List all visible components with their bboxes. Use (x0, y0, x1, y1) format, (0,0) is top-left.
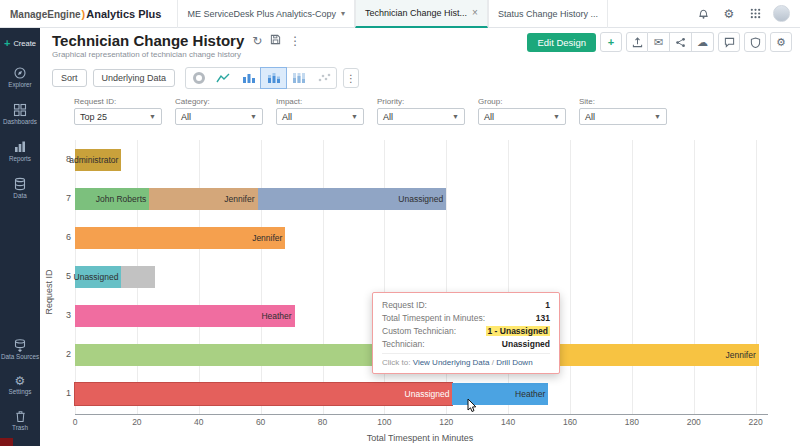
bar-chart-icon[interactable] (236, 68, 261, 88)
settings-icon[interactable]: ⚙ (770, 32, 792, 52)
brand-bracket: ) (82, 8, 86, 20)
publish-cloud-icon[interactable]: ☁ (692, 32, 714, 52)
comment-icon[interactable] (718, 32, 740, 52)
tooltip-row: Technician: Unassigned (382, 339, 550, 349)
x-tick-label: 120 (434, 417, 458, 427)
share-icon[interactable] (670, 32, 692, 52)
impact-select[interactable]: All▼ (276, 108, 364, 125)
filter-impact: Impact: All▼ (276, 97, 364, 125)
more-options-icon[interactable]: ⋮ (289, 35, 301, 47)
chart-area: Request ID 02040608010012014016018020022… (40, 128, 800, 446)
chevron-down-icon: ▼ (351, 113, 358, 120)
sidebar-item-explorer[interactable]: Explorer (0, 66, 40, 89)
doughnut-chart-icon[interactable] (186, 68, 211, 88)
sidebar-item-dashboards[interactable]: Dashboards (0, 103, 40, 126)
product-text: Analytics Plus (86, 8, 161, 20)
tooltip-label: Technician: (382, 339, 425, 349)
gear-icon[interactable]: ⚙ (721, 6, 737, 22)
filter-site: Site: All▼ (579, 97, 667, 125)
apps-grid-icon[interactable] (747, 6, 763, 22)
bell-icon[interactable] (695, 6, 711, 22)
close-icon[interactable]: × (472, 7, 478, 18)
gridline (570, 140, 571, 414)
tab-servicedesk-copy[interactable]: ME ServiceDesk Plus Analytics-Copy ▾ (177, 0, 355, 28)
share-actions-group: ✉ ☁ (626, 32, 714, 52)
bar-segment-label: Unassigned (405, 389, 450, 399)
sidebar-item-label: Explorer (8, 82, 31, 89)
filter-priority: Priority: All▼ (377, 97, 465, 125)
save-icon[interactable] (270, 34, 281, 47)
gridline (323, 140, 324, 414)
data-icon (13, 177, 27, 191)
filter-label: Site: (579, 97, 667, 106)
priority-select[interactable]: All▼ (377, 108, 465, 125)
tooltip-row: Custom Technician: 1 - Unassigned (382, 326, 550, 336)
chevron-down-icon[interactable]: ▾ (341, 9, 345, 18)
bar-segment[interactable]: Jennifer (149, 188, 257, 210)
bar-segment[interactable]: Unassigned (75, 383, 452, 405)
tooltip-value-highlighted: 1 - Unassigned (486, 326, 550, 336)
filter-label: Category: (175, 97, 263, 106)
filter-label: Priority: (377, 97, 465, 106)
bar-segment[interactable]: administrator (75, 149, 121, 171)
site-select[interactable]: All▼ (579, 108, 667, 125)
y-category-label: 5 (53, 271, 71, 281)
sidebar-item-label: Settings (9, 389, 32, 396)
chevron-down-icon: ▼ (654, 113, 661, 120)
bar-segment[interactable]: Heather (75, 305, 295, 327)
x-tick-label: 60 (249, 417, 273, 427)
refresh-icon[interactable]: ↻ (252, 35, 262, 47)
filter-label: Request ID: (74, 97, 162, 106)
add-icon[interactable]: + (600, 32, 622, 52)
bar-segment[interactable]: Jennifer (75, 227, 285, 249)
edit-design-button[interactable]: Edit Design (527, 33, 596, 52)
sidebar-item-reports[interactable]: Reports (0, 140, 40, 163)
email-icon[interactable]: ✉ (648, 32, 670, 52)
filter-value: All (484, 112, 494, 122)
stacked-100-bar-chart-icon[interactable] (286, 68, 311, 88)
sidebar-item-settings[interactable]: ⚙ Settings (0, 375, 40, 396)
scatter-chart-icon[interactable] (311, 68, 336, 88)
category-select[interactable]: All▼ (175, 108, 263, 125)
bar-segment[interactable]: Unassigned (258, 188, 447, 210)
create-label: Create (13, 39, 36, 48)
gridline (632, 140, 633, 414)
tooltip-footer: Click to: View Underlying Data / Drill D… (382, 353, 550, 367)
y-category-label: 3 (53, 310, 71, 320)
bar-segment-label: Unassigned (74, 272, 119, 282)
tab-status-change-history[interactable]: Status Change History ... (488, 0, 608, 28)
view-underlying-data-link[interactable]: View Underlying Data (413, 358, 490, 367)
drill-down-link[interactable]: Drill Down (496, 358, 532, 367)
export-icon[interactable] (626, 32, 648, 52)
filter-category: Category: All▼ (175, 97, 263, 125)
line-chart-icon[interactable] (211, 68, 236, 88)
sidebar-item-data[interactable]: Data (0, 177, 40, 200)
report-header: Technician Change History ↻ ⋮ Graphical … (40, 28, 800, 64)
chevron-down-icon: ▼ (149, 113, 156, 120)
tooltip-label: Request ID: (382, 300, 427, 310)
alerts-icon[interactable] (744, 32, 766, 52)
more-chart-types-icon[interactable]: ⋮ (343, 68, 359, 88)
group-select[interactable]: All▼ (478, 108, 566, 125)
create-button[interactable]: + Create (4, 37, 36, 49)
dashboards-icon (13, 103, 27, 117)
request-id-select[interactable]: Top 25▼ (74, 108, 162, 125)
y-category-label: 6 (53, 232, 71, 242)
gridline (199, 140, 200, 414)
stacked-bar-chart-icon[interactable] (261, 68, 286, 88)
sort-button[interactable]: Sort (52, 69, 87, 87)
tab-technician-change-history[interactable]: Technician Change Hist... × (355, 0, 488, 28)
sidebar-item-trash[interactable]: Trash (0, 410, 40, 432)
filter-label: Group: (478, 97, 566, 106)
filter-value: All (585, 112, 595, 122)
sidebar-item-data-sources[interactable]: Data Sources (0, 338, 40, 361)
workspace-tabs: ME ServiceDesk Plus Analytics-Copy ▾ Tec… (177, 0, 608, 28)
bar-segment[interactable]: John Roberts (75, 188, 149, 210)
avatar[interactable] (773, 5, 790, 22)
bar-segment-label: Heather (261, 311, 291, 321)
bar-segment[interactable] (121, 266, 155, 288)
bar-segment[interactable]: Unassigned (75, 266, 121, 288)
underlying-data-button[interactable]: Underlying Data (93, 69, 176, 87)
sidebar-item-label: Data Sources (1, 354, 39, 361)
settings-gear-icon: ⚙ (15, 375, 26, 387)
